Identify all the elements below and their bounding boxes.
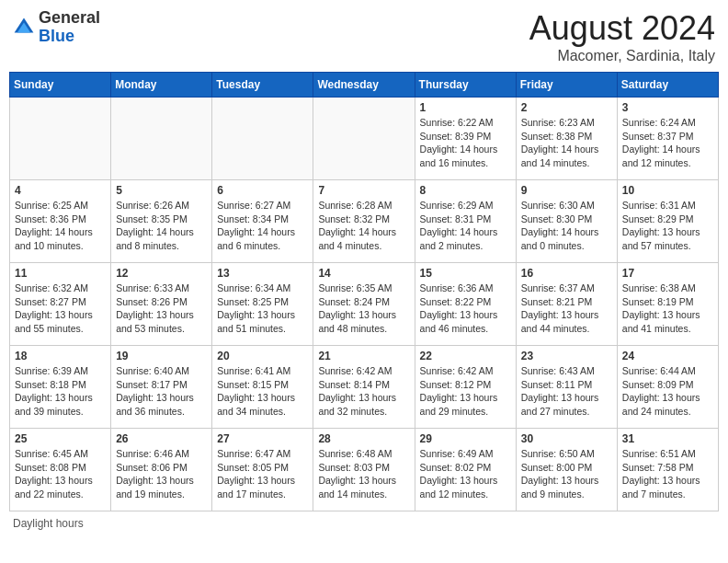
calendar-week-row: 1Sunrise: 6:22 AMSunset: 8:39 PMDaylight… — [10, 98, 719, 180]
page-header: General Blue August 2024 Macomer, Sardin… — [9, 9, 719, 64]
footer: Daylight hours — [9, 517, 719, 530]
col-thursday: Thursday — [415, 73, 516, 98]
table-row: 7Sunrise: 6:28 AMSunset: 8:32 PMDaylight… — [313, 180, 415, 263]
table-row: 14Sunrise: 6:35 AMSunset: 8:24 PMDayligh… — [313, 263, 415, 346]
table-row: 21Sunrise: 6:42 AMSunset: 8:14 PMDayligh… — [313, 346, 415, 429]
table-row: 31Sunrise: 6:51 AMSunset: 7:58 PMDayligh… — [617, 429, 718, 511]
calendar-week-row: 25Sunrise: 6:45 AMSunset: 8:08 PMDayligh… — [10, 429, 719, 511]
logo: General Blue — [13, 9, 100, 46]
table-row — [313, 98, 415, 180]
table-row — [111, 98, 212, 180]
table-row: 6Sunrise: 6:27 AMSunset: 8:34 PMDaylight… — [212, 180, 313, 263]
col-monday: Monday — [111, 73, 212, 98]
table-row: 17Sunrise: 6:38 AMSunset: 8:19 PMDayligh… — [617, 263, 718, 346]
table-row: 25Sunrise: 6:45 AMSunset: 8:08 PMDayligh… — [10, 429, 111, 511]
calendar-week-row: 4Sunrise: 6:25 AMSunset: 8:36 PMDaylight… — [10, 180, 719, 263]
table-row: 11Sunrise: 6:32 AMSunset: 8:27 PMDayligh… — [10, 263, 111, 346]
table-row: 22Sunrise: 6:42 AMSunset: 8:12 PMDayligh… — [415, 346, 516, 429]
table-row: 27Sunrise: 6:47 AMSunset: 8:05 PMDayligh… — [212, 429, 313, 511]
table-row: 23Sunrise: 6:43 AMSunset: 8:11 PMDayligh… — [516, 346, 617, 429]
table-row: 29Sunrise: 6:49 AMSunset: 8:02 PMDayligh… — [415, 429, 516, 511]
table-row: 9Sunrise: 6:30 AMSunset: 8:30 PMDaylight… — [516, 180, 617, 263]
col-friday: Friday — [516, 73, 617, 98]
table-row: 8Sunrise: 6:29 AMSunset: 8:31 PMDaylight… — [415, 180, 516, 263]
col-tuesday: Tuesday — [212, 73, 313, 98]
table-row: 18Sunrise: 6:39 AMSunset: 8:18 PMDayligh… — [10, 346, 111, 429]
table-row: 2Sunrise: 6:23 AMSunset: 8:38 PMDaylight… — [516, 98, 617, 180]
table-row: 30Sunrise: 6:50 AMSunset: 8:00 PMDayligh… — [516, 429, 617, 511]
table-row: 5Sunrise: 6:26 AMSunset: 8:35 PMDaylight… — [111, 180, 212, 263]
col-saturday: Saturday — [617, 73, 718, 98]
col-wednesday: Wednesday — [313, 73, 415, 98]
table-row: 13Sunrise: 6:34 AMSunset: 8:25 PMDayligh… — [212, 263, 313, 346]
logo-text: General Blue — [39, 9, 100, 46]
daylight-label: Daylight hours — [13, 517, 84, 530]
calendar-week-row: 18Sunrise: 6:39 AMSunset: 8:18 PMDayligh… — [10, 346, 719, 429]
table-row: 16Sunrise: 6:37 AMSunset: 8:21 PMDayligh… — [516, 263, 617, 346]
table-row — [10, 98, 111, 180]
logo-icon — [13, 17, 35, 39]
table-row: 1Sunrise: 6:22 AMSunset: 8:39 PMDaylight… — [415, 98, 516, 180]
table-row: 15Sunrise: 6:36 AMSunset: 8:22 PMDayligh… — [415, 263, 516, 346]
logo-general: General — [39, 8, 100, 27]
table-row: 10Sunrise: 6:31 AMSunset: 8:29 PMDayligh… — [617, 180, 718, 263]
calendar-week-row: 11Sunrise: 6:32 AMSunset: 8:27 PMDayligh… — [10, 263, 719, 346]
logo-blue: Blue — [39, 27, 74, 45]
table-row: 19Sunrise: 6:40 AMSunset: 8:17 PMDayligh… — [111, 346, 212, 429]
table-row: 28Sunrise: 6:48 AMSunset: 8:03 PMDayligh… — [313, 429, 415, 511]
table-row: 12Sunrise: 6:33 AMSunset: 8:26 PMDayligh… — [111, 263, 212, 346]
table-row: 24Sunrise: 6:44 AMSunset: 8:09 PMDayligh… — [617, 346, 718, 429]
col-sunday: Sunday — [10, 73, 111, 98]
table-row: 4Sunrise: 6:25 AMSunset: 8:36 PMDaylight… — [10, 180, 111, 263]
calendar-table: Sunday Monday Tuesday Wednesday Thursday… — [9, 72, 719, 511]
subtitle: Macomer, Sardinia, Italy — [529, 48, 715, 64]
table-row: 26Sunrise: 6:46 AMSunset: 8:06 PMDayligh… — [111, 429, 212, 511]
main-title: August 2024 — [529, 9, 715, 48]
table-row — [212, 98, 313, 180]
title-block: August 2024 Macomer, Sardinia, Italy — [529, 9, 715, 64]
table-row: 20Sunrise: 6:41 AMSunset: 8:15 PMDayligh… — [212, 346, 313, 429]
table-row: 3Sunrise: 6:24 AMSunset: 8:37 PMDaylight… — [617, 98, 718, 180]
calendar-header-row: Sunday Monday Tuesday Wednesday Thursday… — [10, 73, 719, 98]
